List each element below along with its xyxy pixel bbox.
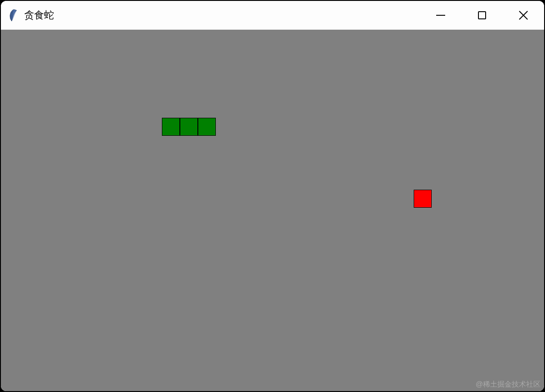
maximize-button[interactable] xyxy=(461,1,503,30)
food-block xyxy=(414,190,432,208)
window-title: 贪食蛇 xyxy=(24,9,54,22)
snake-segment xyxy=(162,118,180,136)
close-icon xyxy=(518,10,528,20)
titlebar: 贪食蛇 xyxy=(1,1,544,30)
snake-segment xyxy=(198,118,216,136)
window-controls xyxy=(420,1,544,30)
minimize-icon xyxy=(436,15,445,16)
close-button[interactable] xyxy=(503,1,544,30)
application-window: 贪食蛇 xyxy=(1,1,544,391)
game-canvas[interactable] xyxy=(1,30,544,391)
minimize-button[interactable] xyxy=(420,1,461,30)
snake-segment xyxy=(180,118,198,136)
maximize-icon xyxy=(478,11,486,19)
feather-icon xyxy=(8,8,19,22)
